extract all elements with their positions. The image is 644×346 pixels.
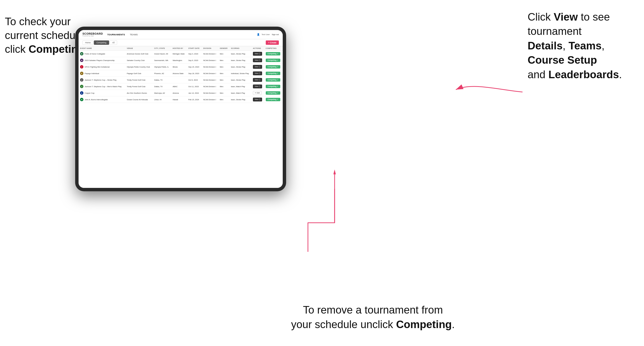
competing-cell: Competing ✓ bbox=[264, 57, 283, 64]
hosted-by-cell: Washington bbox=[171, 57, 187, 64]
competing-button[interactable]: Competing ✓ bbox=[266, 98, 280, 101]
division-cell: NCAA Division I bbox=[202, 57, 218, 64]
event-name-cell: W 2023 Sahalee Players Championship bbox=[78, 57, 125, 64]
actions-cell: View ⓘ bbox=[252, 83, 264, 90]
event-name-cell: M Folds of Honor Collegiate bbox=[78, 51, 125, 57]
actions-cell: View ⓘ bbox=[252, 51, 264, 57]
city-state-cell: Sammamish, WA bbox=[153, 57, 171, 64]
actions-cell: View ⓘ bbox=[252, 64, 264, 70]
table-row: I OFCC Fighting Illini Invitational Olym… bbox=[78, 64, 283, 70]
actions-cell: View ⓘ bbox=[252, 77, 264, 83]
user-name: Test User bbox=[262, 33, 270, 36]
venue-cell: Olympia Fields Country Club bbox=[125, 64, 153, 70]
col-gender: GENDER bbox=[218, 46, 230, 51]
start-date-cell: Sep 4, 2023 bbox=[187, 51, 202, 57]
team-logo: I bbox=[80, 65, 84, 68]
event-name: Papago Individual bbox=[84, 72, 99, 75]
city-state-cell: Dallas, TX bbox=[153, 77, 171, 83]
gender-cell: Men bbox=[218, 64, 230, 70]
tab-all[interactable]: All bbox=[110, 40, 117, 45]
scoring-cell: individual, Stroke Play bbox=[230, 70, 252, 77]
event-name-cell: A Copper Cup bbox=[78, 90, 125, 96]
competing-cell: Competing ✓ bbox=[264, 70, 283, 77]
col-actions: ACTIONS bbox=[252, 46, 264, 51]
gender-cell: Men bbox=[218, 77, 230, 83]
event-name: 2023 Sahalee Players Championship bbox=[84, 59, 114, 61]
sign-out-link[interactable]: Sign out bbox=[272, 33, 279, 36]
annotation-top-right: Click View to see tournament Details, Te… bbox=[528, 10, 639, 82]
annotation-bottom: To remove a tournament from your schedul… bbox=[288, 303, 458, 332]
edit-button[interactable]: ✏ Edit bbox=[253, 91, 262, 95]
venue-cell: Ocean Course At Hokuala bbox=[125, 96, 153, 103]
competing-button[interactable]: Competing ✓ bbox=[266, 52, 280, 55]
division-cell: NCAA Division I bbox=[202, 83, 218, 90]
venue-cell: Papago Golf Club bbox=[125, 70, 153, 77]
start-date-cell: Oct 9, 2023 bbox=[187, 77, 202, 83]
division-cell: NCAA Division I bbox=[202, 64, 218, 70]
competing-cell: Competing ✓ bbox=[264, 96, 283, 103]
hosted-by-cell: Hawaii bbox=[171, 96, 187, 103]
nav-tournaments[interactable]: TOURNAMENTS bbox=[107, 33, 125, 36]
tournaments-table: EVENT NAME VENUE CITY, STATE HOSTED BY S… bbox=[78, 46, 283, 103]
venue-cell: Sahalee Country Club bbox=[125, 57, 153, 64]
gender-cell: Men bbox=[218, 51, 230, 57]
start-date-cell: Sep 15, 2023 bbox=[187, 64, 202, 70]
competing-button[interactable]: Competing ✓ bbox=[266, 65, 280, 68]
event-name: Jackson T. Stephens Cup – Men's Match Pl… bbox=[84, 85, 122, 88]
table-row: W 2023 Sahalee Players Championship Saha… bbox=[78, 57, 283, 64]
competing-button[interactable]: Competing ✓ bbox=[266, 72, 280, 75]
competing-button[interactable]: Competing ✓ bbox=[266, 78, 280, 82]
hosted-by-cell: ABAC bbox=[171, 83, 187, 90]
event-name-cell: J Jackson T. Stephens Cup – Men's Match … bbox=[78, 83, 125, 90]
view-button[interactable]: View ⓘ bbox=[253, 52, 262, 56]
scoring-cell: team, Match Play bbox=[230, 83, 252, 90]
table-row: P Papago Individual Papago Golf ClubPhoe… bbox=[78, 70, 283, 77]
nav-teams[interactable]: TEAMS bbox=[130, 33, 138, 36]
competing-button[interactable]: Competing ✓ bbox=[266, 85, 280, 88]
competing-cell: Competing ✓ bbox=[264, 51, 283, 57]
tablet-device: SCOREBOARD Powered by clippi TOURNAMENTS… bbox=[75, 27, 286, 191]
venue-cell: Trinity Forest Golf Club bbox=[125, 83, 153, 90]
scoring-cell: team, Stroke Play bbox=[230, 77, 252, 83]
hosted-by-cell: Arizona State bbox=[171, 70, 187, 77]
view-button[interactable]: View ⓘ bbox=[253, 98, 262, 101]
event-name-cell: H John A. Burns Intercollegiate bbox=[78, 96, 125, 103]
team-logo: A bbox=[80, 91, 84, 95]
col-scoring: SCORING bbox=[230, 46, 252, 51]
venue-cell: Ak-Chin Southern Dunes bbox=[125, 90, 153, 96]
col-start-date: START DATE bbox=[187, 46, 202, 51]
team-logo: J bbox=[80, 78, 84, 82]
venue-cell: Trinity Forest Golf Club bbox=[125, 77, 153, 83]
view-button[interactable]: View ⓘ bbox=[253, 84, 262, 88]
city-state-cell: Phoenix, AZ bbox=[153, 70, 171, 77]
event-name: OFCC Fighting Illini Invitational bbox=[84, 66, 110, 68]
table-row: J Jackson T. Stephens Cup – Men's Match … bbox=[78, 83, 283, 90]
tab-competing[interactable]: Competing bbox=[94, 40, 109, 45]
city-state-cell: Dallas, TX bbox=[153, 83, 171, 90]
event-name: Folds of Honor Collegiate bbox=[84, 53, 105, 55]
tab-home[interactable]: Home bbox=[82, 40, 93, 45]
user-icon: 👤 bbox=[257, 33, 260, 36]
actions-cell: ✏ Edit bbox=[252, 90, 264, 96]
division-cell: NCAA Division I bbox=[202, 51, 218, 57]
col-event-name: EVENT NAME bbox=[78, 46, 125, 51]
team-logo: M bbox=[80, 52, 84, 55]
filter-bar: Home Competing All + Create bbox=[78, 39, 283, 46]
view-button[interactable]: View ⓘ bbox=[253, 65, 262, 69]
gender-cell: Men bbox=[218, 90, 230, 96]
event-name: Copper Cup bbox=[84, 92, 94, 94]
create-button[interactable]: + Create bbox=[266, 40, 279, 45]
competing-button[interactable]: Competing ✓ bbox=[266, 59, 280, 62]
scoring-cell: team, Match Play bbox=[230, 90, 252, 96]
view-button[interactable]: View ⓘ bbox=[253, 78, 262, 82]
hosted-by-cell: Michigan State bbox=[171, 51, 187, 57]
view-button[interactable]: View ⓘ bbox=[253, 58, 262, 62]
city-state-cell: Olympia Fields, IL bbox=[153, 64, 171, 70]
competing-button[interactable]: Competing ✓ bbox=[266, 91, 280, 95]
hosted-by-cell: Illinois bbox=[171, 64, 187, 70]
gender-cell: Men bbox=[218, 83, 230, 90]
scoreboard-logo: SCOREBOARD Powered by clippi bbox=[82, 32, 103, 36]
team-logo: H bbox=[80, 98, 84, 101]
view-button[interactable]: View ⓘ bbox=[253, 71, 262, 75]
start-date-cell: Sep 18, 2023 bbox=[187, 70, 202, 77]
